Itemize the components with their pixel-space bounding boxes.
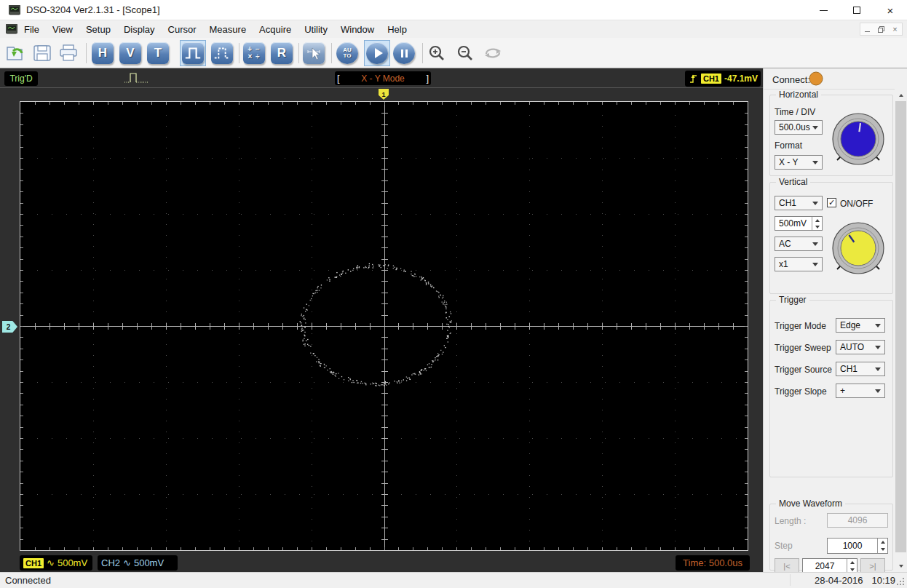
pulse-measure-button[interactable] xyxy=(211,42,233,64)
channel-onoff-checkbox[interactable]: ✓ xyxy=(827,198,836,207)
vertical-group: Vertical CH1 ✓ ON/OFF 500mV AC x1 xyxy=(769,182,893,294)
time-div-select[interactable]: 500.0us xyxy=(775,120,823,135)
connect-status-icon xyxy=(809,71,823,86)
time-value: 10:19 xyxy=(871,575,895,586)
step-stepper[interactable]: 1000 xyxy=(827,538,888,554)
stepper-up-button[interactable] xyxy=(847,559,857,566)
trigger-slope-select[interactable]: + xyxy=(836,384,885,398)
stepper-down-button[interactable] xyxy=(812,223,822,230)
close-button[interactable]: × xyxy=(874,0,907,20)
mdi-minimize-icon xyxy=(865,31,870,32)
trigger-sweep-select[interactable]: AUTO xyxy=(836,340,885,354)
position-stepper[interactable]: 2047 xyxy=(802,558,858,572)
format-select[interactable]: X - Y xyxy=(775,155,823,170)
go-first-button[interactable]: |< xyxy=(775,558,799,572)
panel-scrollbar[interactable] xyxy=(895,89,907,572)
menu-window[interactable]: Window xyxy=(334,22,381,37)
volts-div-stepper[interactable]: 500mV xyxy=(775,216,823,231)
menu-display[interactable]: Display xyxy=(117,22,162,37)
menu-view[interactable]: View xyxy=(46,22,79,37)
zoom-in-icon[interactable] xyxy=(427,44,447,63)
ch1-scale-value: 500mV xyxy=(58,557,87,568)
mdi-minimize-button[interactable] xyxy=(860,23,874,35)
connect-label: Connect: xyxy=(772,74,810,85)
menu-help[interactable]: Help xyxy=(381,22,413,37)
trigger-level-value: -47.1mV xyxy=(724,74,758,84)
menu-setup[interactable]: Setup xyxy=(79,22,117,37)
cursor-measure-button[interactable] xyxy=(303,42,325,64)
minimize-icon xyxy=(820,10,828,11)
trigger-edge-icon xyxy=(689,73,698,84)
ch1-position-marker[interactable]: 1 xyxy=(379,89,389,100)
chevron-down-icon xyxy=(812,202,818,205)
channel-select[interactable]: CH1 xyxy=(775,196,823,210)
minimize-button[interactable] xyxy=(807,0,840,20)
pulse-waveform-button[interactable] xyxy=(182,42,204,64)
horizontal-setup-button[interactable]: H xyxy=(92,42,114,64)
maximize-button[interactable] xyxy=(840,0,874,20)
mdi-close-button[interactable]: × xyxy=(888,23,902,35)
menu-cursor[interactable]: Cursor xyxy=(162,22,203,37)
stepper-up-button[interactable] xyxy=(812,217,822,223)
autoset-button[interactable]: AUTO xyxy=(336,42,358,64)
trigger-group-title: Trigger xyxy=(776,295,809,305)
print-icon[interactable] xyxy=(58,44,79,63)
chevron-down-icon xyxy=(875,389,881,393)
chevron-down-icon xyxy=(875,324,881,327)
mdi-restore-button[interactable] xyxy=(874,23,888,35)
ch1-coupling-icon: ∿ xyxy=(47,557,55,568)
horizontal-knob[interactable] xyxy=(831,111,886,167)
move-waveform-group: Move Waveform Length : 4096 Step 1000 |<… xyxy=(769,504,893,571)
trigger-slope-label: Trigger Slope xyxy=(775,386,827,397)
trigger-source-select[interactable]: CH1 xyxy=(836,362,885,376)
pause-button[interactable] xyxy=(393,42,415,64)
run-button[interactable] xyxy=(366,42,388,64)
trigger-setup-button[interactable]: T xyxy=(147,42,169,64)
coupling-select[interactable]: AC xyxy=(775,237,823,251)
stepper-up-button[interactable] xyxy=(878,539,887,546)
ch2-scale-readout: CH2 ∿ 500mV xyxy=(98,555,178,571)
date-value: 28-04-2016 xyxy=(815,575,863,586)
status-bar: Connected xyxy=(0,572,907,588)
menu-file[interactable]: File xyxy=(17,22,46,37)
ch2-label: CH2 xyxy=(101,557,120,568)
trigger-level-readout: CH1 -47.1mV xyxy=(685,71,761,87)
trigger-mode-select[interactable]: Edge xyxy=(836,318,885,333)
ch2-scale-value: 500mV xyxy=(134,557,164,568)
scroll-down-button[interactable] xyxy=(895,560,907,572)
length-label: Length : xyxy=(775,516,806,526)
trigger-channel-badge: CH1 xyxy=(701,74,721,84)
menu-acquire[interactable]: Acquire xyxy=(253,22,298,37)
vertical-setup-button[interactable]: V xyxy=(119,42,141,64)
scrollbar-thumb[interactable] xyxy=(895,101,906,552)
math-button[interactable]: + −× ÷ xyxy=(243,42,265,64)
onoff-label: ON/OFF xyxy=(840,199,873,209)
close-icon: × xyxy=(887,5,894,16)
trigger-source-label: Trigger Source xyxy=(775,365,832,375)
go-last-button[interactable]: >| xyxy=(860,558,885,572)
toolbar-separator xyxy=(422,43,423,63)
stepper-down-button[interactable] xyxy=(847,566,857,572)
document-icon xyxy=(6,24,17,34)
mode-label: X - Y Mode xyxy=(361,74,405,84)
zoom-out-icon[interactable] xyxy=(455,44,475,63)
scroll-up-button[interactable] xyxy=(895,89,907,101)
pulse-dotted-icon xyxy=(213,44,231,63)
save-icon[interactable] xyxy=(32,44,52,63)
menu-utility[interactable]: Utility xyxy=(298,22,334,37)
trigger-pulse-icon xyxy=(124,71,151,85)
format-label: Format xyxy=(775,140,802,151)
vertical-knob[interactable] xyxy=(831,220,886,276)
divider xyxy=(0,87,763,88)
open-icon[interactable] xyxy=(6,44,26,63)
divider xyxy=(790,574,791,586)
reference-button[interactable]: R xyxy=(271,42,293,64)
chevron-down-icon xyxy=(899,565,903,568)
resize-grip[interactable] xyxy=(903,584,904,585)
probe-select[interactable]: x1 xyxy=(775,257,823,271)
waveform-canvas xyxy=(20,102,748,550)
menu-measure[interactable]: Measure xyxy=(203,22,253,37)
stepper-down-button[interactable] xyxy=(878,546,887,553)
ch2-position-marker[interactable]: 2 xyxy=(2,321,17,333)
toolbar-separator xyxy=(331,43,332,63)
